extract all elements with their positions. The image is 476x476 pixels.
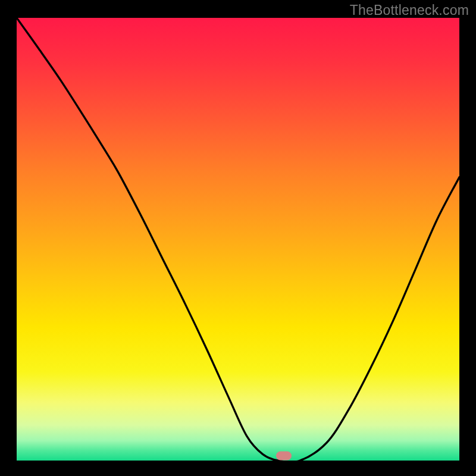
chart-container: TheBottleneck.com [0, 0, 476, 476]
plot-area [17, 18, 459, 461]
optimum-marker [276, 451, 292, 460]
watermark-text: TheBottleneck.com [350, 2, 469, 18]
bottleneck-curve [17, 18, 459, 461]
